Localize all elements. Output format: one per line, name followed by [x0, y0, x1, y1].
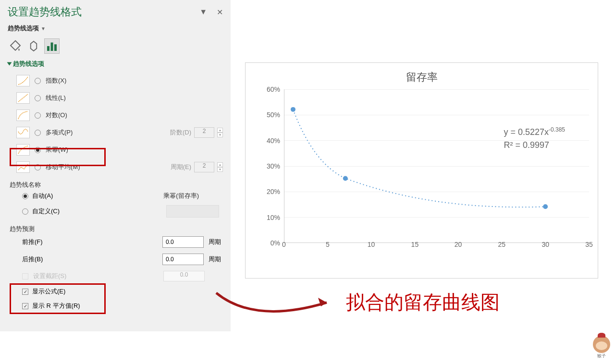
close-icon[interactable]: ✕	[217, 8, 223, 17]
option-logarithmic[interactable]: 对数(O)	[8, 107, 223, 124]
forward-input[interactable]	[162, 236, 204, 248]
chart-title: 留存率	[253, 70, 590, 85]
period-up: ▲	[217, 162, 223, 167]
y-axis: 60% 50% 40% 30% 20% 10% 0%	[262, 89, 284, 243]
intercept-label: 设置截距(S)	[33, 272, 66, 280]
name-auto-row[interactable]: 自动(A) 乘幂(留存率)	[8, 189, 223, 203]
x-axis: 0 5 10 15 20 25 30 35	[284, 241, 589, 253]
monkey-watermark: 猴子	[593, 336, 610, 359]
annotation-arrow	[207, 283, 341, 327]
period-down: ▼	[217, 167, 223, 172]
effects-tab-icon[interactable]	[26, 38, 41, 54]
name-custom-row[interactable]: 自定义(C)	[8, 203, 223, 220]
dropdown-icon[interactable]: ▼	[199, 8, 207, 17]
intercept-input: 0.0	[163, 271, 205, 281]
backward-label: 后推(B)	[22, 255, 43, 264]
show-equation-checkbox[interactable]	[22, 289, 28, 295]
polynomial-order-input: 2	[194, 127, 214, 138]
radio-power[interactable]	[35, 147, 41, 153]
chart-options-tab-icon[interactable]	[44, 38, 60, 54]
panel-title: 设置趋势线格式	[8, 5, 82, 19]
forecast-section: 趋势预测	[10, 225, 223, 233]
chevron-down-icon: ▼	[41, 26, 46, 31]
option-power[interactable]: 乘幂(W)	[8, 141, 223, 158]
option-moving-average[interactable]: 移动平均(M) 周期(E) 2 ▲▼	[8, 158, 223, 176]
logarithmic-icon	[16, 109, 30, 121]
polynomial-icon	[16, 127, 30, 138]
option-polynomial[interactable]: 多项式(P) 阶数(D) 2 ▲▼	[8, 124, 223, 141]
svg-rect-0	[47, 46, 49, 51]
power-icon	[16, 144, 30, 156]
annotation-text: 拟合的留存曲线图	[346, 289, 500, 315]
trendline-curve	[293, 109, 545, 207]
backward-input[interactable]	[162, 254, 204, 265]
section-trendline-options[interactable]: 趋势线选项	[8, 60, 223, 68]
exponential-icon	[16, 75, 30, 86]
show-equation-row[interactable]: 显示公式(E)	[8, 284, 223, 299]
forward-label: 前推(F)	[22, 238, 43, 246]
svg-rect-2	[54, 44, 57, 51]
show-r2-row[interactable]: 显示 R 平方值(R)	[8, 299, 223, 313]
option-linear[interactable]: 线性(L)	[8, 89, 223, 107]
radio-polynomial[interactable]	[35, 130, 41, 136]
option-exponential[interactable]: 指数(X)	[8, 72, 223, 89]
format-trendline-panel: 设置趋势线格式 ▼ ✕ 趋势线选项 ▼ 趋势线选项 指数(X) 线性(L)	[0, 0, 231, 331]
radio-name-auto[interactable]	[22, 193, 28, 199]
data-point	[543, 204, 548, 209]
retention-chart: 留存率 60% 50% 40% 30% 20% 10% 0% y	[245, 62, 598, 279]
order-up: ▲	[217, 128, 223, 133]
data-point	[343, 176, 348, 181]
radio-exponential[interactable]	[35, 78, 41, 84]
show-r2-checkbox[interactable]	[22, 303, 28, 309]
linear-icon	[16, 92, 30, 104]
radio-name-custom[interactable]	[22, 208, 28, 215]
radio-logarithmic[interactable]	[35, 112, 41, 119]
plot-area: y = 0.5227x-0.385 R² = 0.9997	[284, 89, 589, 243]
period-input: 2	[194, 162, 214, 172]
moving-average-icon	[16, 161, 30, 173]
chart-equation: y = 0.5227x-0.385 R² = 0.9997	[504, 125, 565, 152]
order-down: ▼	[217, 133, 223, 137]
trendline-options-dropdown[interactable]: 趋势线选项 ▼	[8, 24, 223, 33]
custom-name-input	[166, 205, 219, 218]
trendline-name-section: 趋势线名称	[10, 181, 223, 189]
expand-icon	[7, 62, 12, 66]
data-point	[291, 107, 295, 112]
radio-linear[interactable]	[35, 95, 41, 101]
svg-rect-1	[51, 43, 53, 51]
intercept-checkbox	[22, 273, 28, 279]
radio-moving-average[interactable]	[35, 164, 41, 170]
fill-tab-icon[interactable]	[8, 38, 23, 54]
